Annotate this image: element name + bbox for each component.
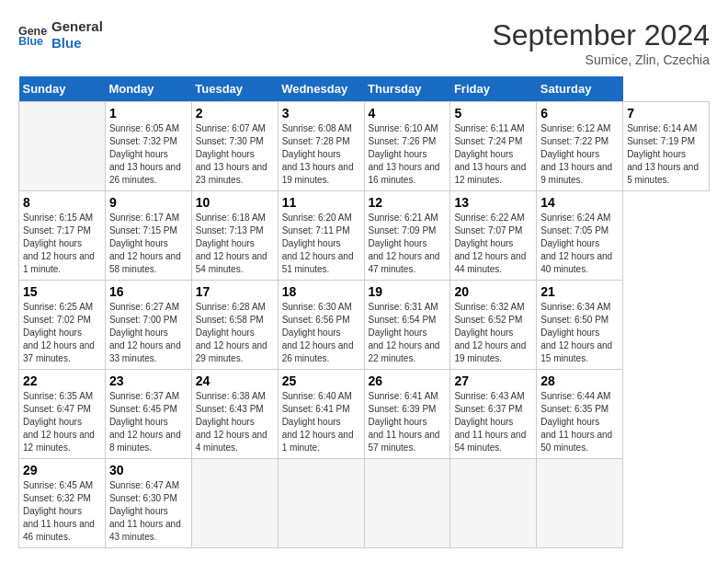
calendar-cell: 3 Sunrise: 6:08 AMSunset: 7:28 PMDayligh… [278,102,364,191]
calendar-cell: 12 Sunrise: 6:21 AMSunset: 7:09 PMDaylig… [364,191,450,281]
day-number: 6 [540,106,619,121]
calendar-cell: 28 Sunrise: 6:44 AMSunset: 6:35 PMDaylig… [537,370,623,459]
day-number: 9 [109,195,188,210]
col-header-monday: Monday [105,76,191,102]
day-number: 10 [196,195,274,210]
day-info: Sunrise: 6:41 AMSunset: 6:39 PMDaylight … [369,390,447,454]
week-row-2: 8 Sunrise: 6:15 AMSunset: 7:17 PMDayligh… [19,191,710,281]
calendar-cell: 20 Sunrise: 6:32 AMSunset: 6:52 PMDaylig… [450,281,537,370]
day-number: 5 [454,106,532,121]
day-number: 25 [282,373,360,388]
calendar-cell: 16 Sunrise: 6:27 AMSunset: 7:00 PMDaylig… [105,281,191,370]
calendar-cell: 1 Sunrise: 6:05 AMSunset: 7:32 PMDayligh… [105,102,191,191]
calendar-cell: 11 Sunrise: 6:20 AMSunset: 7:11 PMDaylig… [278,191,364,281]
day-info: Sunrise: 6:32 AMSunset: 6:52 PMDaylight … [454,301,532,365]
day-info: Sunrise: 6:10 AMSunset: 7:26 PMDaylight … [369,122,447,187]
calendar-cell [364,459,450,548]
day-info: Sunrise: 6:07 AMSunset: 7:30 PMDaylight … [196,122,274,187]
calendar-cell: 27 Sunrise: 6:43 AMSunset: 6:37 PMDaylig… [450,370,537,459]
col-header-sunday: Sunday [19,76,106,102]
calendar-cell [278,459,364,548]
page-header: General Blue General Blue September 2024… [18,18,710,67]
calendar-cell: 14 Sunrise: 6:24 AMSunset: 7:05 PMDaylig… [537,191,623,281]
day-info: Sunrise: 6:22 AMSunset: 7:07 PMDaylight … [454,212,532,276]
calendar-cell [450,459,537,548]
svg-text:Blue: Blue [18,35,43,48]
col-header-tuesday: Tuesday [191,76,278,102]
week-row-3: 15 Sunrise: 6:25 AMSunset: 7:02 PMDaylig… [19,281,710,370]
day-info: Sunrise: 6:15 AMSunset: 7:17 PMDaylight … [23,212,101,276]
day-number: 2 [196,106,274,121]
day-info: Sunrise: 6:21 AMSunset: 7:09 PMDaylight … [369,212,447,276]
calendar-cell: 8 Sunrise: 6:15 AMSunset: 7:17 PMDayligh… [19,191,106,281]
day-info: Sunrise: 6:31 AMSunset: 6:54 PMDaylight … [369,301,447,365]
day-number: 26 [369,373,447,388]
calendar-cell [537,459,623,548]
calendar-cell: 19 Sunrise: 6:31 AMSunset: 6:54 PMDaylig… [364,281,450,370]
day-number: 15 [23,284,101,299]
calendar-cell: 24 Sunrise: 6:38 AMSunset: 6:43 PMDaylig… [191,370,278,459]
day-info: Sunrise: 6:11 AMSunset: 7:24 PMDaylight … [454,122,532,187]
calendar-header-row: SundayMondayTuesdayWednesdayThursdayFrid… [19,76,710,102]
day-info: Sunrise: 6:12 AMSunset: 7:22 PMDaylight … [540,122,619,187]
calendar-cell [191,459,278,548]
day-number: 21 [540,284,619,299]
month-title: September 2024 [492,18,710,52]
day-info: Sunrise: 6:37 AMSunset: 6:45 PMDaylight … [109,390,188,454]
calendar-cell: 21 Sunrise: 6:34 AMSunset: 6:50 PMDaylig… [537,281,623,370]
calendar-cell: 23 Sunrise: 6:37 AMSunset: 6:45 PMDaylig… [105,370,191,459]
calendar-cell: 29 Sunrise: 6:45 AMSunset: 6:32 PMDaylig… [19,459,106,548]
calendar-cell: 25 Sunrise: 6:40 AMSunset: 6:41 PMDaylig… [278,370,364,459]
day-info: Sunrise: 6:24 AMSunset: 7:05 PMDaylight … [540,212,619,276]
calendar-table: SundayMondayTuesdayWednesdayThursdayFrid… [18,76,710,548]
day-info: Sunrise: 6:30 AMSunset: 6:56 PMDaylight … [282,301,360,365]
day-info: Sunrise: 6:18 AMSunset: 7:13 PMDaylight … [196,212,274,276]
day-info: Sunrise: 6:40 AMSunset: 6:41 PMDaylight … [282,390,360,454]
day-number: 29 [23,463,101,477]
col-header-friday: Friday [450,76,537,102]
day-info: Sunrise: 6:44 AMSunset: 6:35 PMDaylight … [540,390,619,454]
day-info: Sunrise: 6:27 AMSunset: 7:00 PMDaylight … [109,301,188,365]
calendar-cell: 5 Sunrise: 6:11 AMSunset: 7:24 PMDayligh… [450,102,537,191]
logo-blue: Blue [51,35,103,52]
day-number: 17 [196,284,274,299]
title-block: September 2024 Sumice, Zlin, Czechia [492,18,710,67]
day-info: Sunrise: 6:28 AMSunset: 6:58 PMDaylight … [196,301,274,365]
day-info: Sunrise: 6:08 AMSunset: 7:28 PMDaylight … [282,122,360,187]
calendar-cell: 26 Sunrise: 6:41 AMSunset: 6:39 PMDaylig… [364,370,450,459]
day-info: Sunrise: 6:35 AMSunset: 6:47 PMDaylight … [23,390,101,454]
col-header-thursday: Thursday [364,76,450,102]
calendar-cell: 18 Sunrise: 6:30 AMSunset: 6:56 PMDaylig… [278,281,364,370]
week-row-5: 29 Sunrise: 6:45 AMSunset: 6:32 PMDaylig… [19,459,710,548]
day-info: Sunrise: 6:25 AMSunset: 7:02 PMDaylight … [23,301,101,365]
day-number: 8 [23,195,101,210]
day-info: Sunrise: 6:43 AMSunset: 6:37 PMDaylight … [454,390,532,454]
day-number: 13 [454,195,532,210]
day-number: 11 [282,195,360,210]
calendar-cell: 30 Sunrise: 6:47 AMSunset: 6:30 PMDaylig… [105,459,191,548]
day-info: Sunrise: 6:14 AMSunset: 7:19 PMDaylight … [627,122,705,187]
calendar-body: 1 Sunrise: 6:05 AMSunset: 7:32 PMDayligh… [19,102,710,548]
day-number: 14 [540,195,619,210]
day-number: 4 [369,106,447,121]
empty-cell [19,102,106,191]
day-info: Sunrise: 6:34 AMSunset: 6:50 PMDaylight … [540,301,619,365]
day-number: 23 [109,373,188,388]
day-info: Sunrise: 6:17 AMSunset: 7:15 PMDaylight … [109,212,188,276]
day-number: 12 [369,195,447,210]
day-number: 30 [109,463,188,477]
calendar-cell: 9 Sunrise: 6:17 AMSunset: 7:15 PMDayligh… [105,191,191,281]
col-header-wednesday: Wednesday [278,76,364,102]
day-number: 18 [282,284,360,299]
calendar-cell: 4 Sunrise: 6:10 AMSunset: 7:26 PMDayligh… [364,102,450,191]
day-info: Sunrise: 6:45 AMSunset: 6:32 PMDaylight … [23,479,101,544]
calendar-cell: 7 Sunrise: 6:14 AMSunset: 7:19 PMDayligh… [623,102,710,191]
day-info: Sunrise: 6:05 AMSunset: 7:32 PMDaylight … [109,122,188,187]
calendar-cell: 2 Sunrise: 6:07 AMSunset: 7:30 PMDayligh… [191,102,278,191]
week-row-4: 22 Sunrise: 6:35 AMSunset: 6:47 PMDaylig… [19,370,710,459]
day-number: 28 [540,373,619,388]
day-number: 1 [109,106,188,121]
location-subtitle: Sumice, Zlin, Czechia [492,52,710,67]
day-number: 27 [454,373,532,388]
day-number: 7 [627,106,705,121]
